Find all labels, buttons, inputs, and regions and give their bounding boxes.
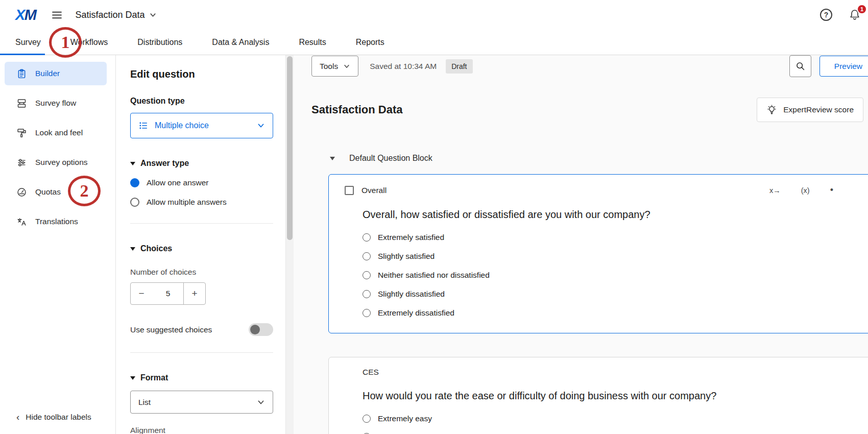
radio-unselected-icon [363, 309, 371, 317]
radio-unselected-icon [363, 271, 371, 279]
sidebar-item-look-and-feel[interactable]: Look and feel [0, 121, 115, 144]
format-section-header[interactable]: Format [130, 373, 273, 382]
panel-scrollbar[interactable] [285, 55, 294, 434]
question-card-overall[interactable]: Overall x→ (x) • Overall, how satisfied … [328, 174, 868, 333]
help-icon[interactable]: ? [820, 9, 832, 21]
question-text[interactable]: Overall, how satisfied or dissatisfied a… [363, 209, 859, 221]
choice-option[interactable]: Slightly dissatisfied [363, 290, 859, 299]
choices-section-header[interactable]: Choices [130, 244, 273, 253]
suggested-choices-toggle[interactable] [249, 323, 273, 336]
choice-option[interactable]: Extremely dissatisfied [363, 308, 859, 318]
radio-unselected-icon [363, 290, 371, 298]
choice-option[interactable]: Neither satisfied nor dissatisfied [363, 271, 859, 280]
project-title: Satisfaction Data [76, 10, 145, 20]
tab-label: Reports [356, 38, 384, 47]
choice-label: Extremely satisfied [378, 233, 444, 242]
allow-one-answer-option[interactable]: Allow one answer [130, 178, 273, 187]
logo-m: M [25, 7, 36, 23]
collapse-caret-icon[interactable] [330, 157, 335, 160]
question-type-dropdown[interactable]: Multiple choice [130, 113, 273, 138]
search-icon [795, 61, 806, 71]
choice-option[interactable]: Extremely satisfied [363, 233, 859, 242]
canvas-header: Satisfaction Data ExpertReview score [311, 98, 850, 122]
question-card-header: CES [345, 368, 859, 377]
question-body: Overall, how satisfied or dissatisfied a… [363, 209, 859, 318]
hide-toolbar-label: Hide toolbar labels [26, 413, 91, 422]
chevron-down-icon [257, 122, 265, 130]
project-title-dropdown[interactable]: Satisfaction Data [76, 10, 157, 20]
minus-icon: − [138, 288, 144, 299]
hide-toolbar-labels-button[interactable]: ‹ Hide toolbar labels [16, 412, 91, 422]
block-title: Default Question Block [349, 154, 432, 163]
annotation-number: 2 [80, 181, 89, 201]
choice-option[interactable]: Extremely easy [363, 414, 859, 423]
sidebar-item-label: Look and feel [35, 128, 83, 137]
expert-review-score-button[interactable]: ExpertReview score [757, 98, 863, 122]
notification-badge: 1 [857, 4, 867, 14]
allow-multiple-answers-option[interactable]: Allow multiple answers [130, 198, 273, 207]
tab-results[interactable]: Results [299, 30, 326, 55]
sidebar-item-survey-flow[interactable]: Survey flow [0, 91, 115, 115]
question-card-ces[interactable]: CES How would you rate the ease or diffi… [328, 357, 868, 434]
radio-unselected-icon [130, 198, 139, 207]
chevron-down-icon [149, 11, 157, 19]
translate-icon [16, 216, 27, 227]
question-text[interactable]: How would you rate the ease or difficult… [363, 390, 859, 402]
sidebar-item-builder[interactable]: Builder [5, 62, 107, 85]
choice-label: Extremely easy [378, 414, 432, 423]
list-icon [138, 120, 149, 131]
format-dropdown[interactable]: List [130, 391, 273, 414]
sidebar-item-translations[interactable]: Translations [0, 210, 115, 233]
tab-data-analysis[interactable]: Data & Analysis [212, 30, 269, 55]
expert-review-label: ExpertReview score [783, 105, 854, 114]
radio-option-label: Allow multiple answers [147, 198, 227, 207]
choices-count-stepper: − 5 + [130, 282, 273, 305]
tab-distributions[interactable]: Distributions [137, 30, 182, 55]
radio-selected-icon [130, 178, 139, 187]
tab-label: Survey [15, 38, 41, 47]
radio-unselected-icon [363, 252, 371, 260]
survey-title: Satisfaction Data [311, 103, 403, 116]
survey-toolbar-sidebar: Builder Survey flow Look and feel Survey… [0, 55, 116, 434]
question-block-header: Default Question Block [330, 154, 850, 163]
question-type-label: Question type [130, 97, 273, 106]
hamburger-menu-icon[interactable] [51, 9, 63, 21]
preview-label: Preview [834, 62, 862, 71]
skip-logic-icon[interactable]: x→ [769, 186, 781, 195]
tab-survey[interactable]: Survey [15, 30, 41, 55]
toolbar-right-group: Preview [789, 55, 868, 77]
decrease-choices-button[interactable]: − [130, 282, 153, 305]
choices-label: Choices [140, 244, 172, 253]
question-actions: x→ (x) • [769, 185, 833, 196]
exclude-icon[interactable]: (x) [801, 186, 810, 195]
preview-button[interactable]: Preview [819, 56, 868, 77]
question-body: How would you rate the ease or difficult… [363, 390, 859, 434]
tools-dropdown-button[interactable]: Tools [311, 56, 358, 77]
logo-x: X [15, 7, 25, 23]
draft-status-badge: Draft [446, 59, 472, 74]
question-checkbox[interactable] [345, 186, 354, 195]
choice-option[interactable]: Slightly satisfied [363, 252, 859, 261]
saved-status-text: Saved at 10:34 AM [370, 62, 437, 71]
tab-reports[interactable]: Reports [356, 30, 384, 55]
tab-label: Data & Analysis [212, 38, 269, 47]
sidebar-item-label: Quotas [35, 187, 61, 197]
format-value: List [138, 398, 151, 407]
sidebar-item-survey-options[interactable]: Survey options [0, 151, 115, 174]
notifications-button[interactable]: 1 [849, 9, 861, 21]
radio-option-label: Allow one answer [147, 178, 208, 187]
canvas-toolbar: Tools Saved at 10:34 AM Draft Preview [294, 55, 868, 77]
choice-label: Slightly dissatisfied [378, 290, 445, 299]
sidebar-item-label: Translations [35, 217, 78, 226]
more-actions-icon[interactable]: • [830, 185, 833, 196]
search-button[interactable] [789, 55, 811, 77]
use-suggested-choices-label: Use suggested choices [130, 325, 212, 334]
number-of-choices-label: Number of choices [130, 268, 273, 277]
tab-label: Distributions [137, 38, 182, 47]
scrollbar-thumb[interactable] [287, 56, 293, 240]
answer-type-section-header[interactable]: Answer type [130, 159, 273, 168]
toggle-knob [250, 325, 260, 334]
increase-choices-button[interactable]: + [183, 282, 206, 305]
use-suggested-choices-row: Use suggested choices [130, 323, 273, 336]
choices-count-value: 5 [152, 282, 184, 305]
